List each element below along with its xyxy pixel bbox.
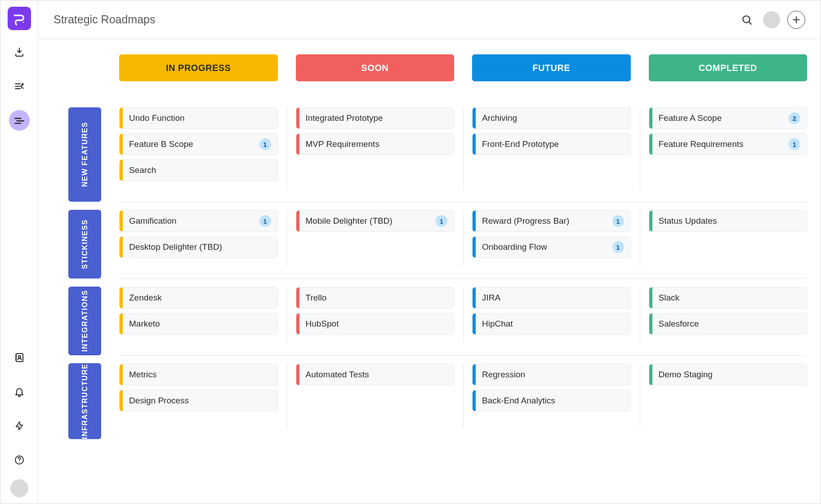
roadmap-card[interactable]: Status Updates [649,210,808,232]
swimlane-infrastructure: INFRASTRUCTUREMetricsDesign ProcessAutom… [52,355,807,439]
svg-line-16 [749,22,751,24]
search-button[interactable] [738,11,756,29]
roadmap-card[interactable]: Marketo [119,313,278,335]
roadmap-card[interactable]: Front-End Prototype [472,133,631,155]
cell-new_features-completed: Feature A Scope2Feature Requirements1 [649,107,808,190]
cell-stickiness-in_progress: Gamification1Desktop Delighter (TBD) [119,210,278,267]
cell-integrations-in_progress: ZendeskMarketo [119,287,278,344]
roadmap-card[interactable]: Integrated Prototype [296,107,455,129]
roadmap-card[interactable]: Mobile Delighter (TBD)1 [296,210,455,232]
roadmap-card[interactable]: HipChat [472,313,631,335]
card-title: Mobile Delighter (TBD) [306,216,436,226]
swimlane-label[interactable]: STICKINESS [68,210,101,279]
card-title: Status Updates [659,216,801,226]
card-title: Slack [659,293,801,303]
roadmap-card[interactable]: Reward (Progress Bar)1 [472,210,631,232]
column-header-label: COMPLETED [699,63,757,73]
roadmap-card[interactable]: Undo Function [119,107,278,129]
card-title: HubSpot [306,319,448,329]
roadmap-card[interactable]: Salesforce [649,313,808,335]
column-header-soon[interactable]: SOON [296,54,455,81]
card-accent [473,390,476,411]
roadmap-card[interactable]: JIRA [472,287,631,309]
card-title: Trello [306,293,448,303]
card-title: Feature B Scope [129,139,259,149]
svg-point-0 [22,22,24,23]
svg-point-14 [19,462,20,463]
roadmap-card[interactable]: Feature B Scope1 [119,133,278,155]
card-title: Metrics [129,370,271,380]
cell-integrations-completed: SlackSalesforce [649,287,808,344]
rail-board-button[interactable] [9,110,30,131]
card-accent [296,314,299,334]
roadmap-card[interactable]: Gamification1 [119,210,278,232]
roadmap-card[interactable]: Desktop Delighter (TBD) [119,236,278,258]
list-refresh-icon [13,80,25,92]
roadmap-card[interactable]: Regression [472,364,631,385]
card-title: Zendesk [129,293,271,303]
cell-infrastructure-completed: Demo Staging [649,364,808,428]
swimlane-body: ZendeskMarketoTrelloHubSpotJIRAHipChatSl… [119,279,807,355]
column-header-in_progress[interactable]: IN PROGRESS [119,54,278,81]
roadmap-card[interactable]: HubSpot [296,313,455,335]
roadmap-card[interactable]: Feature Requirements1 [649,133,808,155]
card-title: Demo Staging [659,370,801,380]
roadmap-card[interactable]: Demo Staging [649,364,808,385]
roadmap-card[interactable]: Slack [649,287,808,309]
roadmap-card[interactable]: Archiving [472,107,631,129]
swimlane-label[interactable]: INFRASTRUCTURE [68,363,101,439]
card-title: JIRA [482,293,624,303]
roadmap-card[interactable]: Back-End Analytics [472,390,631,411]
roadmap-card[interactable]: Onboarding Flow1 [472,236,631,258]
card-accent [649,134,652,155]
card-accent [120,287,123,308]
card-accent [120,390,123,411]
card-title: Desktop Delighter (TBD) [129,242,271,252]
cell-new_features-future: ArchivingFront-End Prototype [472,107,631,190]
rail-notifications-button[interactable] [9,381,30,402]
card-title: Undo Function [129,113,271,123]
add-button[interactable] [787,11,805,29]
card-accent [473,287,476,308]
roadmap-card[interactable]: Feature A Scope2 [649,107,808,129]
rail-user-avatar[interactable] [10,479,28,497]
roadmap-card[interactable]: Design Process [119,390,278,411]
card-accent [473,211,476,231]
column-header-label: SOON [361,63,388,73]
column-header-future[interactable]: FUTURE [472,54,631,81]
card-accent [473,134,476,155]
address-book-icon [14,352,25,363]
card-accent [120,364,123,385]
card-title: HipChat [482,319,624,329]
roadmap-card[interactable]: Automated Tests [296,364,455,385]
card-title: MVP Requirements [306,139,448,149]
board-icon [13,115,25,126]
roadmap-card[interactable]: Metrics [119,364,278,385]
card-title: Feature A Scope [659,113,789,123]
rail-list-button[interactable] [9,76,30,97]
roadmap-card[interactable]: MVP Requirements [296,133,455,155]
rail-help-button[interactable] [9,450,30,470]
cell-integrations-future: JIRAHipChat [472,287,631,344]
card-accent [120,108,123,128]
column-header-completed[interactable]: COMPLETED [649,54,808,81]
cell-new_features-in_progress: Undo FunctionFeature B Scope1Search [119,107,278,190]
card-accent [296,108,299,128]
plus-icon [792,15,801,24]
card-badge: 2 [789,112,800,124]
cell-integrations-soon: TrelloHubSpot [296,287,455,344]
app-logo[interactable] [8,7,31,30]
card-accent [296,134,299,155]
swimlane-label[interactable]: INTEGRATIONS [68,287,101,355]
rail-activity-button[interactable] [9,416,30,436]
search-icon [741,14,753,26]
rail-contacts-button[interactable] [9,347,30,368]
card-title: Feature Requirements [659,139,789,149]
card-accent [296,211,299,231]
roadmap-card[interactable]: Trello [296,287,455,309]
roadmap-card[interactable]: Zendesk [119,287,278,309]
swimlane-label[interactable]: NEW FEATURES [68,107,101,202]
rail-import-button[interactable] [9,42,30,62]
top-user-avatar[interactable] [763,11,780,28]
roadmap-card[interactable]: Search [119,159,278,181]
